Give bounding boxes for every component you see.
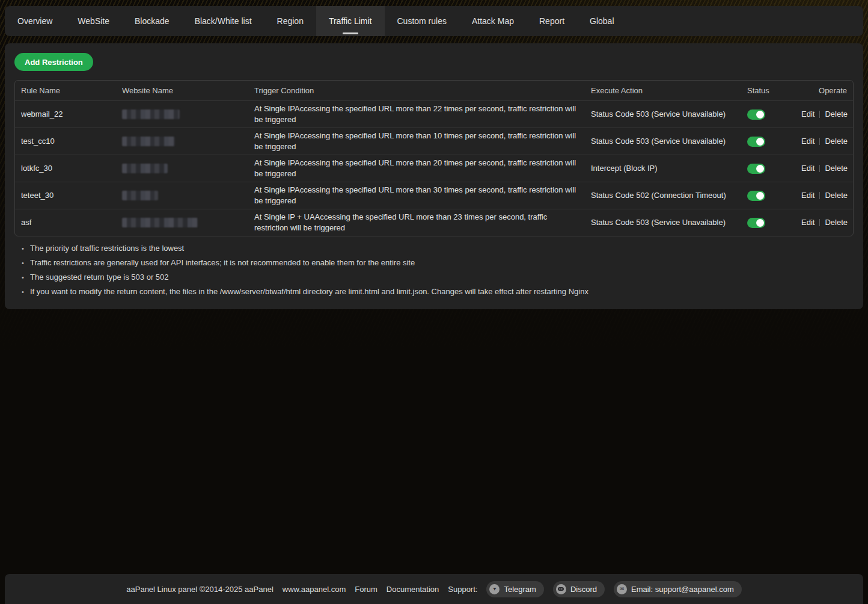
col-header-execute-action: Execute Action [585, 85, 741, 96]
bullet-icon: • [22, 245, 30, 252]
table-row: lotkfc_30 At Single IPAccessing the spec… [15, 155, 853, 182]
waf-top-nav: Overview WebSite Blockade Black/White li… [5, 6, 863, 36]
rule-name: teteet_30 [15, 190, 116, 201]
tab-blockade[interactable]: Blockade [122, 6, 182, 36]
toggle-knob [756, 138, 764, 146]
operate-divider [819, 192, 820, 199]
note-text: If you want to modify the return content… [30, 287, 588, 296]
website-name-redacted [122, 164, 168, 173]
status-toggle[interactable] [747, 109, 765, 120]
col-header-trigger-condition: Trigger Condition [248, 85, 585, 96]
table-header-row: Rule Name Website Name Trigger Condition… [15, 81, 853, 100]
note-item: •Traffic restrictions are generally used… [14, 258, 588, 273]
tab-overview[interactable]: Overview [5, 6, 65, 36]
table-row: webmail_22 At Single IPAccessing the spe… [15, 100, 853, 128]
page-footer: aaPanel Linux panel ©2014-2025 aaPanel w… [5, 574, 863, 604]
aapanel-site-link[interactable]: www.aapanel.com [283, 585, 346, 594]
tab-website[interactable]: WebSite [65, 6, 122, 36]
bullet-icon: • [22, 259, 30, 267]
trigger-condition: At Single IPAccessing the specified URL … [248, 158, 585, 179]
trigger-condition: At Single IP + UAAccessing the specified… [248, 212, 585, 233]
execute-action: Status Code 502 (Connection Timeout) [585, 190, 741, 201]
website-name-redacted [122, 109, 180, 119]
email-label: Email: support@aapanel.com [631, 585, 734, 594]
table-row: teteet_30 At Single IPAccessing the spec… [15, 182, 853, 209]
execute-action: Status Code 503 (Service Unavailable) [585, 217, 741, 228]
traffic-limit-notes: •The priority of traffic restrictions is… [14, 244, 588, 301]
telegram-label: Telegram [504, 585, 536, 594]
add-restriction-button[interactable]: Add Restriction [14, 53, 93, 71]
note-item: •If you want to modify the return conten… [14, 287, 588, 301]
delete-link[interactable]: Delete [825, 218, 848, 227]
discord-icon [556, 584, 566, 594]
rule-name: asf [15, 217, 116, 228]
bullet-icon: • [22, 288, 30, 295]
trigger-condition: At Single IPAccessing the specified URL … [248, 185, 585, 206]
copyright-text: aaPanel Linux panel ©2014-2025 aaPanel [126, 585, 274, 594]
email-button[interactable]: ✉ Email: support@aapanel.com [614, 581, 742, 597]
note-item: •The suggested return type is 503 or 502 [14, 273, 588, 287]
telegram-icon: ➤ [489, 584, 500, 594]
forum-link[interactable]: Forum [355, 585, 377, 594]
execute-action: Status Code 503 (Service Unavailable) [585, 136, 741, 147]
operate-divider [819, 111, 820, 118]
status-toggle[interactable] [747, 164, 765, 174]
support-label: Support: [448, 585, 477, 594]
note-text: Traffic restrictions are generally used … [30, 258, 415, 267]
note-text: The priority of traffic restrictions is … [30, 244, 184, 253]
col-header-website-name: Website Name [116, 85, 248, 96]
email-icon: ✉ [617, 584, 627, 594]
trigger-condition: At Single IPAccessing the specified URL … [248, 103, 585, 125]
delete-link[interactable]: Delete [825, 164, 848, 173]
edit-link[interactable]: Edit [801, 137, 815, 146]
table-row: test_cc10 At Single IPAccessing the spec… [15, 128, 853, 155]
execute-action: Status Code 503 (Service Unavailable) [585, 109, 741, 120]
rule-name: test_cc10 [15, 136, 116, 147]
tab-custom-rules[interactable]: Custom rules [385, 6, 459, 36]
tab-global[interactable]: Global [577, 6, 626, 36]
edit-link[interactable]: Edit [801, 218, 815, 227]
execute-action: Intercept (Block IP) [585, 163, 741, 174]
delete-link[interactable]: Delete [825, 137, 848, 146]
status-toggle[interactable] [747, 191, 765, 201]
edit-link[interactable]: Edit [801, 191, 815, 200]
col-header-rule-name: Rule Name [15, 85, 116, 96]
tab-attack-map[interactable]: Attack Map [459, 6, 527, 36]
note-item: •The priority of traffic restrictions is… [14, 244, 588, 258]
bullet-icon: • [22, 274, 30, 281]
delete-link[interactable]: Delete [825, 191, 848, 200]
tab-report[interactable]: Report [527, 6, 577, 36]
toggle-knob [756, 219, 764, 227]
rule-name: lotkfc_30 [15, 163, 116, 174]
delete-link[interactable]: Delete [825, 109, 848, 119]
traffic-rules-table: Rule Name Website Name Trigger Condition… [14, 80, 854, 236]
tab-traffic-limit[interactable]: Traffic Limit [316, 6, 385, 36]
note-text: The suggested return type is 503 or 502 [30, 273, 169, 282]
toggle-knob [756, 111, 764, 119]
discord-button[interactable]: Discord [553, 581, 605, 597]
operate-divider [819, 165, 820, 172]
table-row: asf At Single IP + UAAccessing the speci… [15, 209, 853, 236]
traffic-limit-panel: Add Restriction Rule Name Website Name T… [5, 43, 863, 309]
operate-divider [819, 219, 820, 226]
operate-divider [819, 138, 820, 145]
edit-link[interactable]: Edit [801, 109, 815, 119]
col-header-operate: Operate [795, 85, 853, 96]
telegram-button[interactable]: ➤ Telegram [486, 581, 543, 597]
col-header-status: Status [741, 85, 795, 96]
website-name-redacted [122, 218, 198, 227]
website-name-redacted [122, 191, 158, 200]
discord-label: Discord [570, 585, 597, 594]
tab-black-white-list[interactable]: Black/White list [182, 6, 264, 36]
status-toggle[interactable] [747, 137, 765, 147]
edit-link[interactable]: Edit [801, 164, 815, 173]
toggle-knob [756, 165, 764, 173]
trigger-condition: At Single IPAccessing the specified URL … [248, 131, 585, 152]
documentation-link[interactable]: Documentation [387, 585, 439, 594]
website-name-redacted [122, 137, 175, 146]
tab-region[interactable]: Region [264, 6, 316, 36]
rule-name: webmail_22 [15, 109, 116, 120]
toggle-knob [756, 192, 764, 200]
status-toggle[interactable] [747, 218, 765, 228]
